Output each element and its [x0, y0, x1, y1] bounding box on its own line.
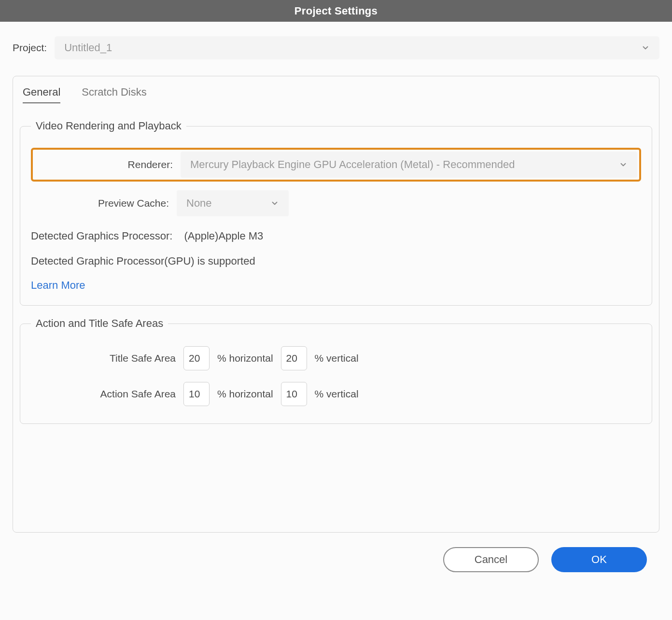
title-safe-vertical-input[interactable] [281, 346, 307, 370]
title-safe-row: Title Safe Area % horizontal % vertical [31, 346, 641, 370]
renderer-label: Renderer: [35, 159, 181, 170]
detected-gpu-value: (Apple)Apple M3 [184, 230, 263, 242]
detected-gpu-row: Detected Graphics Processor: (Apple)Appl… [31, 230, 641, 242]
action-safe-vertical-input[interactable] [281, 382, 307, 406]
learn-more-link[interactable]: Learn More [31, 279, 85, 292]
action-safe-row: Action Safe Area % horizontal % vertical [31, 382, 641, 406]
project-row: Project: Untitled_1 [13, 36, 659, 59]
video-rendering-group: Video Rendering and Playback Renderer: M… [20, 120, 652, 306]
pct-horizontal-label: % horizontal [217, 352, 273, 364]
renderer-select-value: Mercury Playback Engine GPU Acceleration… [190, 158, 515, 171]
title-safe-horizontal-input[interactable] [183, 346, 210, 370]
video-rendering-legend: Video Rendering and Playback [31, 120, 186, 132]
dialog-footer: Cancel OK [13, 533, 659, 572]
settings-panel: General Scratch Disks Video Rendering an… [13, 76, 659, 533]
chevron-down-icon [270, 199, 279, 208]
pct-vertical-label: % vertical [315, 388, 359, 400]
pct-vertical-label: % vertical [315, 352, 359, 364]
tab-scratch-disks[interactable]: Scratch Disks [82, 86, 146, 103]
content-area: Project: Untitled_1 General Scratch Disk… [0, 22, 672, 582]
ok-button[interactable]: OK [551, 547, 647, 572]
cancel-button[interactable]: Cancel [443, 547, 539, 572]
safe-areas-group: Action and Title Safe Areas Title Safe A… [20, 317, 652, 424]
chevron-down-icon [619, 160, 628, 169]
preview-cache-row: Preview Cache: None [31, 190, 641, 216]
titlebar: Project Settings [0, 0, 672, 22]
project-select-value: Untitled_1 [64, 42, 112, 54]
detected-gpu-label: Detected Graphics Processor: [31, 230, 172, 242]
preview-cache-value: None [186, 197, 212, 210]
panel-spacer [13, 436, 659, 532]
preview-cache-select[interactable]: None [177, 190, 289, 216]
renderer-row-highlight: Renderer: Mercury Playback Engine GPU Ac… [31, 148, 641, 182]
project-select[interactable]: Untitled_1 [55, 36, 659, 59]
project-label: Project: [13, 42, 47, 54]
chevron-down-icon [641, 43, 650, 52]
preview-cache-label: Preview Cache: [31, 197, 177, 209]
action-safe-horizontal-input[interactable] [183, 382, 210, 406]
pct-horizontal-label: % horizontal [217, 388, 273, 400]
renderer-select[interactable]: Mercury Playback Engine GPU Acceleration… [181, 152, 637, 178]
tab-bar: General Scratch Disks [13, 76, 659, 108]
window-title: Project Settings [294, 5, 378, 17]
gpu-support-status: Detected Graphic Processor(GPU) is suppo… [31, 255, 641, 268]
title-safe-label: Title Safe Area [31, 352, 176, 364]
safe-areas-legend: Action and Title Safe Areas [31, 317, 168, 330]
action-safe-label: Action Safe Area [31, 388, 176, 400]
tab-general[interactable]: General [23, 86, 60, 103]
